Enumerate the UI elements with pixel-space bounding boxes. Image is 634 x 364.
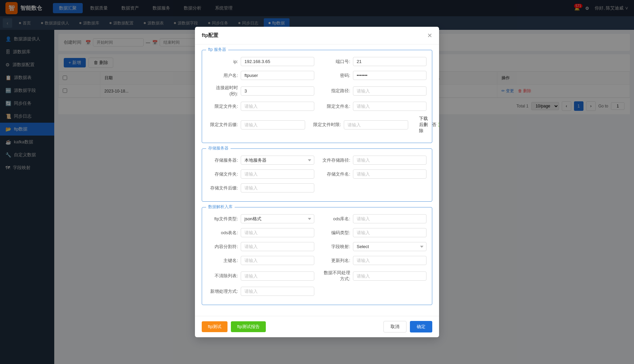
limit-filename-label: 限定文件名: (320, 103, 350, 109)
form-row-storage-folder-name: 存储文件夹: 存储文件名: (207, 169, 427, 179)
form-row-storage-server-path: 存储服务器: 本地服务器 文件存储路径: (207, 156, 427, 165)
encoding-input[interactable] (353, 228, 427, 237)
delete-after-toggle[interactable] (438, 121, 439, 128)
form-group-delimiter: 内容分割符: (207, 242, 314, 251)
form-group-file-storage-path: 文件存储路径: (320, 156, 427, 165)
storage-folder-input[interactable] (241, 169, 314, 179)
timeout-input[interactable] (241, 86, 314, 96)
data-parse-section: 数据解析入库 ftp文件类型: json格式 csv格式 xml格式 (202, 207, 432, 305)
storage-server-title: 存储服务器 (206, 145, 231, 151)
field-mapping-label: 字段映射: (320, 244, 350, 250)
form-group-no-clear: 不清除列表: (207, 271, 314, 281)
file-storage-path-label: 文件存储路径: (320, 157, 350, 163)
form-group-limit-time: 限定文件时限: (311, 120, 408, 129)
form-group-ods-table: ods表名: (207, 228, 314, 237)
modal-header: ftp配置 ✕ (195, 27, 439, 44)
ftp-file-type-label: ftp文件类型: (207, 216, 238, 222)
add-process-label: 新增处理方式: (207, 288, 238, 295)
form-group-storage-folder: 存储文件夹: (207, 169, 314, 179)
storage-suffix-label: 存储文件后缀: (207, 185, 238, 191)
modal-overlay: ftp配置 ✕ ftp 服务器 ip: 端口号: (0, 0, 634, 364)
form-group-path: 指定路径: (320, 86, 427, 96)
path-input[interactable] (353, 86, 427, 96)
form-row-primary-update: 主键名: 更新列名: (207, 256, 427, 265)
modal-footer-right: 取消 确定 (383, 321, 432, 332)
form-group-password: 密码: (320, 71, 427, 80)
limit-suffix-input[interactable] (241, 120, 305, 129)
form-group-add-process: 新增处理方式: (207, 287, 314, 296)
form-row-no-clear-diff: 不清除列表: 数据不同处理方式: (207, 270, 427, 282)
delete-after-label: 下载后删除 (419, 116, 430, 134)
limit-suffix-label: 限定文件后缀: (207, 122, 238, 128)
storage-server-body: 存储服务器: 本地服务器 文件存储路径: 存储文件夹: (202, 149, 432, 201)
password-input[interactable] (353, 71, 427, 80)
field-mapping-select[interactable]: Select (353, 242, 427, 251)
form-group-limit-suffix: 限定文件后缀: (207, 120, 305, 129)
ftp-test-button[interactable]: ftp测试 (202, 321, 227, 332)
form-group-update-col: 更新列名: (320, 256, 427, 265)
form-group-data-diff: 数据不同处理方式: (320, 270, 427, 282)
form-row-storage-suffix: 存储文件后缀: (207, 183, 427, 193)
timeout-label: 连接超时时(秒): (207, 85, 238, 97)
ftp-report-button[interactable]: ftp测试报告 (231, 321, 265, 332)
limit-filename-input[interactable] (353, 102, 427, 111)
limit-folder-label: 限定文件夹: (207, 103, 238, 109)
data-diff-input[interactable] (353, 271, 427, 281)
ip-label: ip: (207, 59, 238, 64)
storage-filename-input[interactable] (353, 169, 427, 179)
data-parse-body: ftp文件类型: json格式 csv格式 xml格式 ods库名: (202, 207, 432, 305)
form-row-delimiter-mapping: 内容分割符: 字段映射: Select (207, 242, 427, 251)
encoding-label: 编码类型: (320, 230, 350, 236)
form-group-port: 端口号: (320, 57, 427, 66)
add-process-input[interactable] (241, 287, 314, 296)
ftp-file-type-select[interactable]: json格式 csv格式 xml格式 (241, 214, 314, 223)
form-row-ods-table-encoding: ods表名: 编码类型: (207, 228, 427, 237)
modal-title: ftp配置 (202, 32, 218, 39)
ods-table-input[interactable] (241, 228, 314, 237)
ods-db-label: ods库名: (320, 216, 350, 222)
limit-time-label: 限定文件时限: (311, 122, 341, 128)
no-clear-input[interactable] (241, 271, 314, 281)
storage-suffix-input[interactable] (241, 183, 314, 193)
delimiter-input[interactable] (241, 242, 314, 251)
data-parse-title: 数据解析入库 (206, 204, 235, 210)
form-group-timeout: 连接超时时(秒): (207, 85, 314, 97)
username-label: 用户名: (207, 73, 238, 79)
cancel-button[interactable]: 取消 (383, 321, 407, 332)
file-storage-path-input[interactable] (353, 156, 427, 165)
modal-footer-left: ftp测试 ftp测试报告 (202, 321, 266, 332)
data-diff-label: 数据不同处理方式: (320, 270, 350, 282)
ftp-server-body: ip: 端口号: 用户名: (202, 50, 432, 143)
primary-key-input[interactable] (241, 256, 314, 265)
form-row-suffix-time-delete: 限定文件后缀: 限定文件时限: 下载后删除 否 (207, 116, 427, 134)
form-row-add-process: 新增处理方式: (207, 287, 427, 296)
form-group-storage-filename: 存储文件名: (320, 169, 427, 179)
ftp-server-section: ftp 服务器 ip: 端口号: 用户名: (202, 50, 432, 143)
limit-folder-input[interactable] (241, 102, 314, 111)
port-label: 端口号: (320, 59, 350, 65)
form-group-username: 用户名: (207, 71, 314, 80)
ods-db-input[interactable] (353, 214, 427, 223)
form-group-storage-server: 存储服务器: 本地服务器 (207, 156, 314, 165)
modal-close-button[interactable]: ✕ (427, 33, 432, 39)
ip-input[interactable] (241, 57, 314, 66)
confirm-button[interactable]: 确定 (410, 321, 432, 332)
port-input[interactable] (353, 57, 427, 66)
form-group-encoding: 编码类型: (320, 228, 427, 237)
form-group-field-mapping: 字段映射: Select (320, 242, 427, 251)
modal-body: ftp 服务器 ip: 端口号: 用户名: (195, 44, 439, 316)
form-group-primary-key: 主键名: (207, 256, 314, 265)
ods-table-label: ods表名: (207, 230, 238, 236)
delete-after-group: 下载后删除 否 是 (419, 116, 439, 134)
update-col-label: 更新列名: (320, 258, 350, 264)
form-group-ip: ip: (207, 57, 314, 66)
delete-no-label: 否 (432, 122, 436, 128)
limit-time-input[interactable] (344, 120, 408, 129)
update-col-input[interactable] (353, 256, 427, 265)
form-row-ip-port: ip: 端口号: (207, 57, 427, 66)
username-input[interactable] (241, 71, 314, 80)
form-row-user-pass: 用户名: 密码: (207, 71, 427, 80)
path-label: 指定路径: (320, 88, 350, 94)
ftp-config-modal: ftp配置 ✕ ftp 服务器 ip: 端口号: (195, 27, 439, 337)
storage-server-select[interactable]: 本地服务器 (241, 156, 314, 165)
